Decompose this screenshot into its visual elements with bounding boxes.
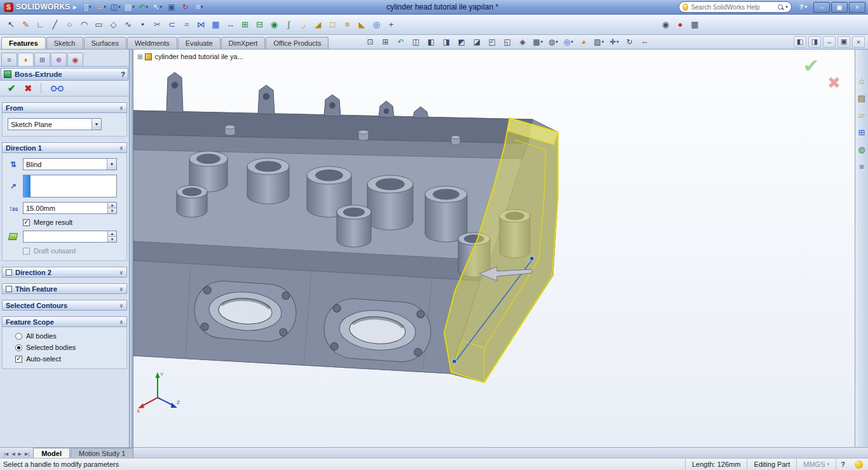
search-scope-caret-icon[interactable]: ▾ — [785, 4, 788, 10]
restore-document-button[interactable]: ▣ — [837, 36, 850, 48]
tabs-scroll-prev[interactable]: ◀ — [10, 451, 16, 457]
options-icon[interactable]: ≡ ▾ — [193, 1, 207, 13]
zoom-to-area-icon[interactable]: ⊞ — [377, 35, 393, 48]
feature-scope-radio[interactable]: All bodies — [15, 332, 123, 340]
dropdown-arrow-icon[interactable]: ▼ — [92, 119, 101, 130]
rectangle-icon[interactable]: ▭ — [92, 17, 106, 32]
image-options-icon[interactable]: ▦ — [688, 17, 702, 32]
close-document-button[interactable]: × — [852, 36, 865, 48]
expand-chevron-icon[interactable]: ∨ — [119, 302, 123, 309]
fillet-icon[interactable]: ◞ — [296, 17, 311, 32]
polygon-icon[interactable]: ◇ — [106, 17, 121, 32]
record-3d-video-icon[interactable]: ● — [673, 17, 688, 32]
apply-scene-icon[interactable]: ▨ ▾ — [591, 35, 606, 48]
dropdown-arrow-icon[interactable]: ▼ — [107, 159, 116, 170]
draft-angle-icon[interactable] — [8, 233, 18, 240]
pm-help-button[interactable]: ? — [121, 70, 125, 78]
edit-appearance-icon[interactable]: ◕ — [576, 35, 591, 48]
print-icon[interactable]: ▤ ▾ — [123, 1, 137, 13]
appearances-scenes-icon[interactable]: ◍ — [856, 144, 867, 155]
displaymanager-tab[interactable]: ◉ — [67, 53, 83, 66]
offset-entities-icon[interactable]: ≈ — [179, 17, 194, 32]
depth-input[interactable] — [24, 203, 107, 213]
dimxpertmanager-tab[interactable]: ⊕ — [51, 53, 67, 66]
propertymanager-tab[interactable]: ♦ — [18, 53, 34, 66]
help-menu-button[interactable]: ? ▾ — [796, 3, 811, 11]
direction2-section-header[interactable]: Direction 2 ∨ — [2, 267, 127, 278]
selected-contours-section-header[interactable]: Selected Contours ∨ — [2, 300, 127, 311]
front-view-icon[interactable]: ◧ — [423, 35, 438, 48]
top-view-icon[interactable]: ◰ — [484, 35, 499, 48]
design-library-icon[interactable]: ▤ — [856, 92, 867, 104]
direction1-section-header[interactable]: Direction 1 ∧ — [2, 142, 127, 153]
previous-view-icon[interactable]: ↶ — [393, 35, 408, 48]
arc-icon[interactable]: ◠ — [77, 17, 92, 32]
left-view-icon[interactable]: ◩ — [454, 35, 469, 48]
sketch-entity-icon[interactable]: ▣ — [165, 1, 179, 13]
pan-icon[interactable]: ⇔ — [637, 35, 652, 48]
reference-geometry-icon[interactable]: + — [384, 17, 398, 32]
select-tool-icon[interactable]: ↖ — [4, 17, 18, 32]
draft-outward-checkbox[interactable]: Draft outward — [23, 247, 123, 255]
undo-icon[interactable]: ↶ ▾ — [137, 1, 151, 13]
rebuild-icon[interactable]: ↻ — [179, 1, 193, 13]
tabs-scroll-next[interactable]: ▶ — [17, 451, 23, 457]
toggle-featuremanager-icon[interactable]: ◧ — [794, 36, 806, 48]
tree-expander-icon[interactable]: ⊞ — [137, 53, 142, 60]
revolved-boss-icon[interactable]: ◉ — [267, 17, 281, 32]
linear-pattern-icon[interactable]: ▦ — [208, 17, 223, 32]
chamfer-icon[interactable]: ◢ — [311, 17, 325, 32]
document-tab[interactable]: Model — [33, 448, 70, 458]
extruded-cut-icon[interactable]: ⊟ — [252, 17, 267, 32]
sketch-endpoint-handle[interactable] — [452, 359, 456, 363]
view-palette-icon[interactable]: ⊞ — [856, 126, 867, 138]
select-icon[interactable]: ↖ ▾ — [151, 1, 165, 13]
draft-spinner[interactable]: ▲▼ — [107, 231, 116, 242]
screen-capture-icon[interactable]: ◉ — [658, 17, 673, 32]
section-view-icon[interactable]: ◫ — [408, 35, 423, 48]
tabs-scroll-first[interactable]: |◀ — [3, 451, 10, 457]
maximize-button[interactable]: ▣ — [831, 2, 848, 13]
command-tab[interactable]: Surfaces — [84, 37, 126, 49]
rotate-view-icon[interactable]: ↻ — [621, 35, 637, 48]
back-view-icon[interactable]: ◨ — [438, 35, 454, 48]
rib-icon[interactable]: ≡ — [340, 17, 355, 32]
configurationmanager-tab[interactable]: ⊞ — [34, 53, 50, 66]
custom-properties-icon[interactable]: ≡ — [856, 161, 867, 172]
expand-chevron-icon[interactable]: ∨ — [119, 269, 123, 276]
display-style-icon[interactable]: ◍ ▾ — [545, 35, 560, 48]
command-tab[interactable]: Evaluate — [178, 37, 220, 49]
cancel-button[interactable]: ✖ — [25, 83, 32, 93]
minimize-document-button[interactable]: – — [823, 36, 836, 48]
solidworks-logo[interactable]: S SOLIDWORKS ▶ — [3, 3, 81, 12]
draft-icon[interactable]: ◣ — [355, 17, 369, 32]
command-tab[interactable]: Sketch — [46, 37, 83, 49]
end-condition-dropdown[interactable]: Blind ▼ — [23, 158, 117, 170]
from-section-header[interactable]: From ∧ — [2, 102, 127, 113]
feature-scope-radio[interactable]: Selected bodies — [15, 344, 123, 351]
document-tab[interactable]: Motion Study 1 — [71, 448, 133, 458]
command-tab[interactable]: DimXpert — [221, 37, 266, 49]
right-view-icon[interactable]: ◪ — [469, 35, 484, 48]
search-input[interactable] — [691, 4, 775, 11]
graphics-area[interactable]: X Y Z ⊞ cylinder head tutorial ile ya...… — [133, 50, 855, 447]
tabs-scroll-last[interactable]: ▶| — [24, 451, 31, 457]
confirmation-corner-cancel[interactable]: ✖ — [827, 74, 841, 92]
zoom-to-fit-icon[interactable]: ⊡ — [362, 35, 377, 48]
command-tab[interactable]: Weldments — [127, 37, 177, 49]
open-icon[interactable]: ▱ ▾ — [95, 1, 109, 13]
auto-select-checkbox[interactable]: Auto-select — [15, 355, 123, 363]
direction2-checkbox[interactable] — [6, 269, 12, 276]
expand-chevron-icon[interactable]: ∨ — [119, 286, 123, 292]
collapse-chevron-icon[interactable]: ∧ — [119, 145, 123, 151]
convert-entities-icon[interactable]: ⊂ — [165, 17, 179, 32]
extruded-boss-icon[interactable]: ⊞ — [238, 17, 252, 32]
bottom-view-icon[interactable]: ◱ — [499, 35, 515, 48]
from-condition-dropdown[interactable]: Sketch Plane ▼ — [8, 118, 102, 130]
feature-scope-section-header[interactable]: Feature Scope ∧ — [2, 316, 127, 327]
detailed-preview-glasses-icon[interactable] — [50, 85, 64, 92]
view-settings-icon[interactable]: ✚ ▾ — [606, 35, 621, 48]
feature-tree-root[interactable]: ⊞ cylinder head tutorial ile ya... — [137, 53, 243, 60]
ok-button[interactable]: ✔ — [8, 83, 16, 94]
minimize-button[interactable]: – — [813, 2, 830, 13]
